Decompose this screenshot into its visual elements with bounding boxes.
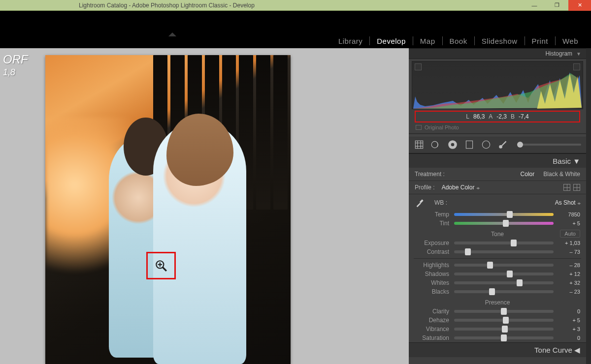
file-info-overlay: ORF 1,8 — [3, 53, 28, 79]
whites-value[interactable]: + 32 — [558, 280, 580, 286]
profile-browser-icon[interactable] — [563, 184, 570, 191]
histogram[interactable] — [412, 61, 583, 109]
develop-right-panel: Histogram▼ L86,3 A-2,3 B-7,4 Original Ph… — [409, 48, 586, 364]
tab-print[interactable]: Print — [525, 37, 555, 45]
lab-l-value: 86,3 — [473, 113, 485, 120]
vibrance-slider[interactable] — [454, 328, 554, 331]
svg-point-13 — [482, 141, 490, 148]
treatment-row: Treatment : Color Black & White — [409, 168, 586, 181]
svg-line-15 — [502, 141, 506, 146]
auto-button[interactable]: Auto — [560, 230, 580, 238]
tone-subheader: ToneAuto — [409, 230, 586, 239]
tint-value[interactable]: + 5 — [558, 220, 580, 226]
basic-panel: Basic ▼ Treatment : Color Black & White … — [409, 153, 586, 342]
module-bar: Library Develop Map Book Slideshow Print… — [0, 11, 591, 48]
treatment-color[interactable]: Color — [521, 171, 535, 178]
shadows-slider[interactable] — [454, 273, 554, 275]
histogram-graph — [413, 69, 582, 109]
histogram-header[interactable]: Histogram▼ — [409, 48, 586, 59]
svg-line-1 — [163, 267, 166, 271]
tab-web[interactable]: Web — [556, 37, 585, 45]
wb-select[interactable]: As Shot ◂▸ — [555, 199, 580, 206]
tool-slider[interactable] — [517, 144, 581, 146]
photo-frame[interactable] — [45, 55, 291, 364]
tab-book[interactable]: Book — [443, 37, 474, 45]
module-tabs: Library Develop Map Book Slideshow Print… — [331, 36, 585, 45]
redeye-tool[interactable] — [447, 139, 458, 150]
lab-readout-highlight: L86,3 A-2,3 B-7,4 — [415, 111, 580, 122]
panel-expand-icon[interactable] — [168, 32, 176, 36]
window-title: Lightroom Catalog - Adobe Photoshop Ligh… — [0, 2, 523, 9]
svg-rect-4 — [415, 141, 423, 148]
vibrance-value[interactable]: + 3 — [558, 326, 580, 332]
profile-row: Profile : Adobe Color ◂▸ — [409, 181, 586, 194]
exposure-value[interactable]: + 1,03 — [558, 240, 580, 246]
window-titlebar: Lightroom Catalog - Adobe Photoshop Ligh… — [0, 0, 591, 11]
dehaze-value[interactable]: + 5 — [558, 317, 580, 323]
treatment-bw[interactable]: Black & White — [543, 171, 580, 178]
svg-rect-12 — [466, 141, 472, 148]
profile-select[interactable]: Adobe Color ◂▸ — [442, 184, 479, 191]
graduated-filter-tool[interactable] — [464, 139, 475, 150]
highlights-slider[interactable] — [454, 264, 554, 267]
histogram-title: Histogram — [545, 50, 572, 57]
svg-point-11 — [451, 143, 455, 147]
chevron-down-icon: ▼ — [573, 157, 580, 165]
eyedropper-icon[interactable] — [415, 197, 426, 208]
basic-panel-header[interactable]: Basic ▼ — [409, 154, 586, 168]
crop-tool[interactable] — [414, 139, 425, 150]
profile-grid-icon[interactable] — [573, 184, 580, 191]
saturation-slider[interactable] — [454, 336, 554, 339]
chevron-left-icon: ◀ — [574, 346, 580, 354]
close-button[interactable]: ✕ — [568, 0, 591, 11]
file-extension: ORF — [3, 53, 28, 66]
highlights-value[interactable]: – 28 — [558, 262, 580, 268]
blacks-slider[interactable] — [454, 290, 554, 293]
shadows-value[interactable]: + 12 — [558, 271, 580, 277]
right-panel-scrollbar[interactable] — [586, 48, 591, 364]
lab-a-value: -2,3 — [496, 113, 507, 120]
zoom-in-icon — [155, 259, 167, 272]
radial-filter-tool[interactable] — [481, 139, 492, 150]
contrast-value[interactable]: – 73 — [558, 249, 580, 255]
tab-library[interactable]: Library — [331, 37, 369, 45]
exposure-slider[interactable] — [454, 242, 554, 244]
temp-slider[interactable] — [454, 213, 554, 216]
tonecurve-panel-header[interactable]: Tone Curve ◀ — [409, 342, 586, 357]
clarity-slider[interactable] — [454, 310, 554, 313]
svg-point-9 — [431, 141, 438, 148]
temp-value[interactable]: 7850 — [558, 212, 580, 217]
whites-slider[interactable] — [454, 281, 554, 284]
checkbox-icon — [416, 125, 422, 130]
chevron-down-icon: ▼ — [576, 51, 581, 57]
zoom-cursor-highlight — [146, 252, 176, 279]
clarity-value[interactable]: 0 — [558, 308, 580, 314]
svg-rect-16 — [420, 199, 424, 203]
saturation-value[interactable]: 0 — [558, 335, 580, 341]
original-photo-toggle[interactable]: Original Photo — [409, 122, 586, 134]
develop-toolstrip — [409, 136, 586, 153]
blacks-value[interactable]: – 23 — [558, 289, 580, 295]
tab-slideshow[interactable]: Slideshow — [475, 37, 525, 45]
maximize-button[interactable]: ❐ — [546, 0, 568, 11]
tab-map[interactable]: Map — [413, 37, 442, 45]
dehaze-slider[interactable] — [454, 319, 554, 322]
file-aperture: 1,8 — [3, 66, 28, 79]
tab-develop[interactable]: Develop — [370, 37, 413, 45]
minimize-button[interactable]: — — [523, 0, 546, 11]
canvas-area[interactable]: ORF 1,8 — [0, 48, 409, 364]
spot-removal-tool[interactable] — [430, 139, 441, 150]
lab-b-value: -7,4 — [519, 113, 529, 120]
photo[interactable] — [45, 55, 291, 364]
tint-slider[interactable] — [454, 222, 554, 225]
presence-subheader: Presence — [409, 298, 586, 307]
wb-row: WB : As Shot ◂▸ — [409, 194, 586, 210]
contrast-slider[interactable] — [454, 250, 554, 253]
adjustment-brush-tool[interactable] — [497, 139, 508, 150]
